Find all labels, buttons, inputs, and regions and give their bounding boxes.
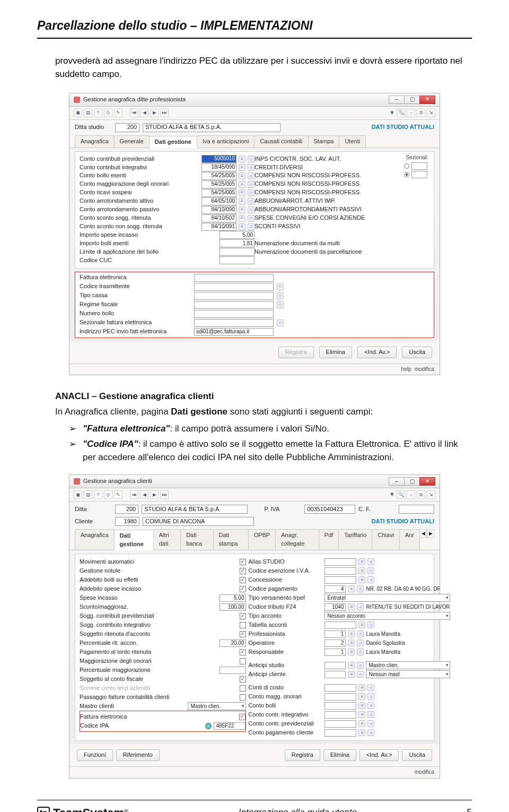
checkbox[interactable]: ✓ xyxy=(240,613,246,619)
uscita-button[interactable]: Uscita xyxy=(402,749,432,761)
piva-input[interactable]: 00351040423 xyxy=(304,505,355,514)
lookup-icon[interactable]: ≡ xyxy=(348,603,355,610)
toolbar-icon[interactable]: ▣ xyxy=(74,490,82,499)
detail-icon[interactable]: ⌂ xyxy=(367,684,374,691)
code-input[interactable]: 1 xyxy=(324,630,346,638)
value-input[interactable] xyxy=(324,711,356,719)
cf-input[interactable] xyxy=(399,505,434,514)
tab-opbp[interactable]: OPBP xyxy=(248,529,276,550)
detail-icon[interactable]: ⌂ xyxy=(248,206,254,213)
value-input[interactable] xyxy=(220,667,246,674)
nav-prev-icon[interactable]: ◀ xyxy=(140,109,148,117)
value-input[interactable] xyxy=(324,729,356,737)
lookup-icon[interactable]: ≡ xyxy=(239,189,245,196)
value-input[interactable] xyxy=(324,576,356,584)
lookup-icon[interactable]: ≡ xyxy=(239,206,245,213)
lookup-icon[interactable]: ≡ xyxy=(358,684,365,691)
red-field-input[interactable] xyxy=(194,319,274,327)
toolbar-icon[interactable]: ? xyxy=(94,109,102,117)
lookup-icon[interactable]: ≡ xyxy=(239,198,245,205)
lookup-icon[interactable]: ≡ xyxy=(348,640,355,646)
lookup-icon[interactable]: ≡ xyxy=(358,621,365,628)
lookup-icon[interactable]: ≡ xyxy=(358,558,365,565)
detail-icon[interactable]: ⌂ xyxy=(367,558,374,565)
lookup-icon[interactable]: ≡ xyxy=(348,630,355,637)
detail-icon[interactable]: ⌂ xyxy=(248,198,254,205)
detail-icon[interactable]: ⌂ xyxy=(357,662,364,669)
detail-icon[interactable]: ⌂ xyxy=(357,603,364,610)
field-code-input[interactable]: 54/25/005 xyxy=(201,189,236,197)
globe-link-icon[interactable] xyxy=(205,723,212,729)
detail-icon[interactable]: ⌂ xyxy=(357,585,364,592)
tab-scroll-left[interactable]: ◀ xyxy=(419,529,427,538)
value-input[interactable]: 5,00 xyxy=(220,594,246,602)
field-code-input[interactable]: 18/45/090 xyxy=(201,163,236,171)
detail-icon[interactable]: ⌂ xyxy=(248,181,254,188)
lookup-icon[interactable]: ≡ xyxy=(239,164,245,171)
export-icon[interactable]: ⇲ xyxy=(427,490,435,499)
field-code-input[interactable]: 84/10/502 xyxy=(201,214,236,222)
lookup-icon[interactable]: ≡ xyxy=(239,172,245,179)
value-input[interactable] xyxy=(324,720,356,728)
checkbox[interactable]: ✓ xyxy=(240,649,246,655)
detail-icon[interactable]: ⌂ xyxy=(357,640,364,646)
ditta-name-input[interactable]: STUDIO ALFA & BETA S.p.A. xyxy=(142,505,248,514)
tab-dati-stampa[interactable]: Dati stampa xyxy=(213,529,249,550)
field-code-input[interactable]: 64/05/100 xyxy=(201,197,236,205)
export-icon[interactable]: ⇲ xyxy=(427,109,435,117)
tab-iva-e-anticipazioni[interactable]: Iva e anticipazioni xyxy=(197,135,254,148)
key-icon[interactable]: ⌕ xyxy=(407,490,415,499)
tab-anr[interactable]: Anr xyxy=(399,529,420,550)
tab-tariffario[interactable]: Tariffario xyxy=(338,529,372,550)
cliente-code-input[interactable]: 1980 xyxy=(115,517,139,526)
tab-anagr-collegate[interactable]: Anagr. collegate xyxy=(275,529,319,550)
lookup-icon[interactable]: ≡ xyxy=(348,585,355,592)
settings-icon[interactable]: ⧉ xyxy=(417,490,425,499)
detail-icon[interactable]: ⌂ xyxy=(277,283,284,290)
code-input[interactable]: 1040 xyxy=(324,603,346,611)
code-input[interactable]: 4 xyxy=(324,585,346,593)
ditta-name-input[interactable]: STUDIO ALFA & BETA S.p.A. xyxy=(143,123,280,132)
detail-icon[interactable]: ⌂ xyxy=(367,576,374,583)
detail-icon[interactable]: ⌂ xyxy=(367,693,374,700)
minimize-button[interactable]: – xyxy=(389,477,405,486)
detail-icon[interactable]: ⌂ xyxy=(248,172,254,179)
dropdown-icon[interactable]: ▼ xyxy=(389,490,395,499)
lookup-icon[interactable]: ≡ xyxy=(239,156,245,162)
lookup-icon[interactable]: ≡ xyxy=(239,223,245,230)
search-icon[interactable]: 🔍 xyxy=(397,109,405,117)
detail-icon[interactable]: ⌂ xyxy=(367,729,374,736)
codice-ipa-input[interactable]: 485F22 xyxy=(214,722,245,730)
lookup-icon[interactable]: ≡ xyxy=(348,671,355,678)
elimina-button[interactable]: Elimina xyxy=(323,749,356,761)
lookup-icon[interactable]: ≡ xyxy=(239,215,245,222)
maximize-button[interactable]: ▢ xyxy=(404,477,420,486)
radio[interactable] xyxy=(404,163,409,169)
sezionale-input[interactable] xyxy=(411,171,427,178)
ditta-code-input[interactable]: 200 xyxy=(115,505,138,514)
tab-dati-gestione[interactable]: Dati gestione xyxy=(114,530,154,550)
detail-icon[interactable]: ⌂ xyxy=(367,711,374,718)
checkbox[interactable]: ✓ xyxy=(240,568,246,574)
tab-generale[interactable]: Generale xyxy=(114,135,150,148)
detail-icon[interactable]: ⌂ xyxy=(248,156,254,162)
checkbox[interactable] xyxy=(240,658,246,664)
radio[interactable] xyxy=(404,172,409,177)
field-code-input[interactable]: 5,00 xyxy=(220,231,254,239)
lookup-icon[interactable]: ≡ xyxy=(358,702,365,709)
field-code-input[interactable]: 54/25/005 xyxy=(201,180,236,188)
field-code-input[interactable]: 54/25/005 xyxy=(201,172,236,180)
tab-dati-banca[interactable]: Dati banca xyxy=(180,529,213,550)
red-field-input[interactable] xyxy=(194,310,274,318)
value-input[interactable] xyxy=(324,567,356,575)
field-code-input[interactable]: 84/10/091 xyxy=(201,223,236,231)
value-input[interactable] xyxy=(324,702,356,710)
detail-icon[interactable]: ⌂ xyxy=(277,319,284,326)
tab-altri-dati[interactable]: Altri dati xyxy=(153,529,181,550)
red-field-input[interactable]: sdi01@pec.fatturapa.it xyxy=(194,328,274,336)
detail-icon[interactable]: ⌂ xyxy=(277,301,284,308)
tab-dati-gestione[interactable]: Dati gestione xyxy=(149,136,197,148)
detail-icon[interactable]: ⌂ xyxy=(357,649,364,655)
red-field-input[interactable] xyxy=(194,292,274,300)
value-input[interactable]: 20,00 xyxy=(220,640,246,647)
